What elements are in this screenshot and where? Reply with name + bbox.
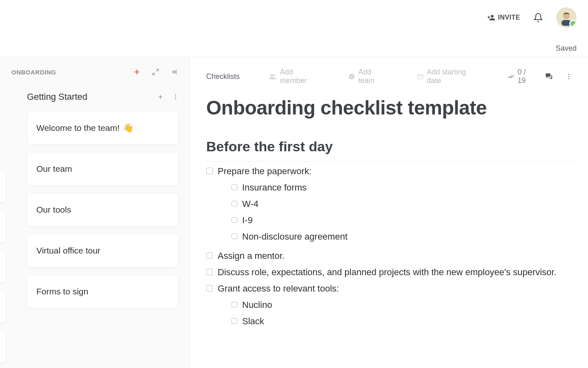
item-text: Nuclino: [242, 298, 272, 312]
checklist-subitem: Non-disclosure agreement: [232, 230, 572, 243]
checkbox[interactable]: [232, 184, 237, 190]
counter-text: 0 / 19: [517, 68, 532, 85]
item-text: W-4: [242, 197, 258, 211]
svg-rect-1: [561, 20, 571, 26]
notifications-button[interactable]: [533, 13, 543, 22]
edge-tab: [0, 171, 5, 202]
expand-icon: [152, 68, 159, 76]
card-title: Our team: [36, 164, 72, 173]
invite-label: INVITE: [498, 14, 520, 21]
card-title: Forms to sign: [36, 287, 88, 296]
more-vertical-icon: [172, 94, 179, 100]
item-text: Insurance forms: [242, 181, 307, 194]
add-member-label: Add member: [280, 68, 319, 85]
sublist: Insurance forms W-4 I-9 Non-disclosure a…: [232, 181, 572, 243]
comments-button[interactable]: [545, 72, 553, 81]
comment-icon: [545, 72, 553, 81]
checkbox[interactable]: [232, 318, 237, 324]
sidebar-card-office[interactable]: Virtual office tour: [27, 234, 179, 267]
checklist-subitem: Slack: [232, 315, 572, 328]
avatar[interactable]: [556, 7, 577, 28]
item-text: Non-disclosure agreement: [242, 230, 347, 243]
sidebar-header: ONBOARDING: [0, 68, 189, 76]
layout: ONBOARDING Getting Started: [0, 57, 588, 368]
sidebar-card-forms[interactable]: Forms to sign: [27, 275, 179, 308]
collapse-sidebar-button[interactable]: [171, 68, 179, 76]
avatar-image: [558, 9, 575, 26]
checkbox[interactable]: [206, 252, 213, 259]
svg-line-5: [153, 73, 155, 75]
card-list: Welcome to the team! 👋 Our team Our tool…: [0, 111, 189, 308]
checkbox[interactable]: [206, 285, 213, 292]
meta-row: Checklists Add member Add team Add start…: [206, 68, 572, 85]
divider: [206, 161, 572, 162]
card-title: Our tools: [36, 205, 71, 214]
checklist-subitem: Nuclino: [232, 298, 572, 312]
calendar-icon: [417, 73, 424, 80]
sidebar-card-tools[interactable]: Our tools: [27, 193, 179, 227]
checklist-item: Prepare the paperwork: Insurance forms W…: [206, 165, 572, 246]
item-text: Assign a mentor.: [218, 249, 572, 263]
breadcrumb[interactable]: Checklists: [206, 72, 240, 81]
bell-icon: [533, 13, 543, 22]
invite-icon: [487, 13, 495, 22]
check-circle-icon: [348, 73, 355, 80]
add-date-button[interactable]: Add starting date: [417, 68, 479, 85]
checkbox[interactable]: [232, 201, 237, 206]
collection-name: Getting Started: [27, 92, 158, 102]
collection-menu-button[interactable]: [172, 94, 179, 100]
page-menu-button[interactable]: [565, 73, 572, 80]
checklist-subitem: Insurance forms: [232, 181, 572, 194]
checklist-subitem: W-4: [232, 197, 572, 211]
section-heading: Before the first day: [206, 139, 572, 155]
checklist-item: Assign a mentor.: [206, 249, 572, 263]
checklist-item: Grant access to relevant tools: Nuclino …: [206, 282, 572, 331]
svg-point-18: [568, 74, 570, 75]
add-team-label: Add team: [358, 68, 387, 85]
topbar-actions: INVITE: [487, 7, 577, 28]
add-member-button[interactable]: Add member: [269, 68, 319, 85]
svg-point-12: [274, 74, 276, 76]
checklist-counter: 0 / 19: [508, 68, 532, 85]
edge-tab: [0, 331, 5, 362]
add-button[interactable]: [133, 68, 140, 76]
svg-point-11: [271, 74, 273, 76]
checkbox[interactable]: [206, 269, 213, 275]
plus-icon: [158, 94, 163, 100]
svg-line-4: [156, 69, 158, 71]
checkbox[interactable]: [232, 302, 237, 307]
people-icon: [269, 72, 276, 81]
add-team-button[interactable]: Add team: [348, 68, 388, 85]
workspace-name: ONBOARDING: [11, 69, 133, 76]
edge-tab: [0, 211, 5, 242]
add-page-button[interactable]: [158, 94, 163, 100]
checkbox[interactable]: [232, 233, 237, 239]
expand-button[interactable]: [152, 68, 159, 76]
item-text: Slack: [242, 315, 264, 328]
checkall-icon: [508, 72, 514, 81]
sidebar-card-welcome[interactable]: Welcome to the team! 👋: [27, 111, 179, 145]
card-title: Welcome to the team!: [36, 123, 120, 132]
chevrons-left-icon: [171, 68, 179, 76]
checklist-subitem: I-9: [232, 214, 572, 227]
svg-point-20: [568, 78, 570, 79]
sidebar: ONBOARDING Getting Started: [0, 57, 190, 368]
wave-emoji: 👋: [123, 123, 134, 132]
svg-point-9: [175, 96, 176, 98]
saved-status: Saved: [556, 44, 577, 53]
collection-row[interactable]: Getting Started: [0, 85, 189, 109]
sidebar-card-team[interactable]: Our team: [27, 152, 179, 186]
invite-button[interactable]: INVITE: [487, 13, 520, 22]
card-title: Virtual office tour: [36, 246, 100, 255]
item-text: Prepare the paperwork:: [218, 166, 312, 176]
svg-rect-14: [418, 74, 423, 79]
item-text: I-9: [242, 214, 253, 227]
page-title: Onboarding checklist template: [206, 96, 572, 119]
topbar: INVITE Saved: [0, 0, 588, 57]
svg-point-19: [568, 76, 570, 77]
sublist: Nuclino Slack: [232, 298, 572, 328]
checkbox[interactable]: [232, 217, 237, 223]
more-vertical-icon: [565, 73, 572, 80]
checklist-item: Discuss role, expectations, and planned …: [206, 266, 572, 279]
checkbox[interactable]: [206, 168, 213, 174]
